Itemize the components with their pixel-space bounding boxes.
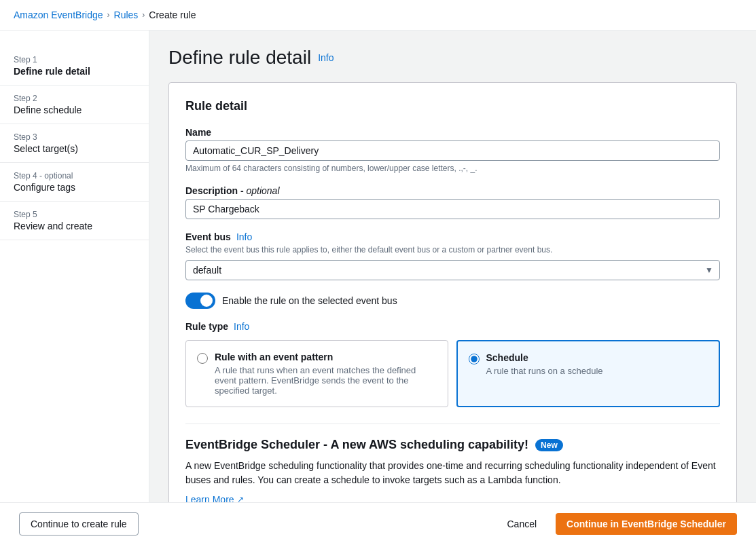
description-input[interactable] (185, 199, 720, 219)
breadcrumb-current: Create rule (149, 10, 196, 20)
description-label: Description - optional (185, 185, 720, 196)
event-pattern-desc: A rule that runs when an event matches t… (215, 365, 437, 396)
name-hint: Maximum of 64 characters consisting of n… (185, 164, 720, 173)
rule-type-info-link[interactable]: Info (234, 321, 249, 332)
name-group: Name Maximum of 64 characters consisting… (185, 127, 720, 173)
sidebar: Step 1 Define rule detail Step 2 Define … (0, 31, 149, 545)
continue-to-create-rule-button[interactable]: Continue to create rule (19, 512, 139, 535)
event-bus-select[interactable]: default custom (185, 260, 720, 280)
radio-event-pattern[interactable] (197, 353, 208, 364)
event-bus-label: Event bus (185, 231, 231, 242)
sidebar-step1-label: Step 1 (14, 55, 135, 64)
breadcrumb-sep-2: › (142, 10, 145, 20)
sidebar-step2-label: Step 2 (14, 94, 135, 103)
event-bus-info-link[interactable]: Info (236, 231, 252, 242)
main-content: Define rule detail Info Rule detail Name… (149, 31, 756, 545)
rule-option-event-pattern[interactable]: Rule with an event pattern A rule that r… (185, 340, 448, 407)
sidebar-item-step4[interactable]: Step 4 - optional Configure tags (0, 163, 149, 202)
sidebar-step2-name: Define schedule (14, 105, 135, 115)
sidebar-step4-name: Configure tags (14, 182, 135, 193)
scheduler-section: EventBridge Scheduler - A new AWS schedu… (185, 424, 720, 505)
rule-type-label: Rule type (185, 321, 228, 332)
name-label: Name (185, 127, 720, 138)
page-title-section: Define rule detail Info (168, 47, 737, 69)
rule-type-options: Rule with an event pattern A rule that r… (185, 340, 720, 407)
footer-bar: Continue to create rule Cancel Continue … (0, 502, 756, 545)
sidebar-step3-name: Select target(s) (14, 143, 135, 154)
new-badge: New (535, 439, 563, 451)
sidebar-item-step1[interactable]: Step 1 Define rule detail (0, 47, 149, 86)
page-info-link[interactable]: Info (318, 52, 334, 63)
rule-option-schedule[interactable]: Schedule A rule that runs on a schedule (456, 340, 721, 407)
card-title: Rule detail (185, 99, 720, 113)
scheduler-title: EventBridge Scheduler - A new AWS schedu… (185, 438, 528, 452)
event-bus-group: Event bus Info Select the event bus this… (185, 231, 720, 280)
enable-toggle[interactable] (185, 293, 215, 309)
cancel-button[interactable]: Cancel (496, 513, 547, 535)
scheduler-desc: A new EventBridge scheduling functionali… (185, 459, 720, 487)
sidebar-step1-name: Define rule detail (14, 66, 135, 77)
sidebar-step5-name: Review and create (14, 221, 135, 231)
sidebar-item-step3[interactable]: Step 3 Select target(s) (0, 124, 149, 163)
sidebar-step4-label: Step 4 - optional (14, 171, 135, 181)
breadcrumb: Amazon EventBridge › Rules › Create rule (0, 0, 756, 31)
sidebar-item-step5[interactable]: Step 5 Review and create (0, 202, 149, 240)
rule-type-section: Rule type Info Rule with an event patter… (185, 321, 720, 407)
breadcrumb-rules[interactable]: Rules (114, 10, 139, 20)
radio-schedule[interactable] (469, 354, 480, 364)
schedule-title: Schedule (486, 352, 603, 363)
sidebar-step5-label: Step 5 (14, 210, 135, 219)
page-title: Define rule detail (168, 47, 311, 69)
rule-detail-card: Rule detail Name Maximum of 64 character… (168, 82, 737, 522)
breadcrumb-eventbridge[interactable]: Amazon EventBridge (14, 10, 103, 20)
name-input[interactable] (185, 140, 720, 161)
enable-toggle-row: Enable the rule on the selected event bu… (185, 293, 720, 309)
event-pattern-title: Rule with an event pattern (215, 352, 437, 362)
sidebar-item-step2[interactable]: Step 2 Define schedule (0, 86, 149, 124)
schedule-desc: A rule that runs on a schedule (486, 366, 603, 376)
sidebar-step3-label: Step 3 (14, 132, 135, 142)
breadcrumb-sep-1: › (107, 10, 110, 20)
continue-in-scheduler-button[interactable]: Continue in EventBridge Scheduler (556, 513, 737, 535)
event-bus-hint: Select the event bus this rule applies t… (185, 245, 720, 255)
toggle-label: Enable the rule on the selected event bu… (222, 295, 397, 306)
description-group: Description - optional (185, 185, 720, 219)
